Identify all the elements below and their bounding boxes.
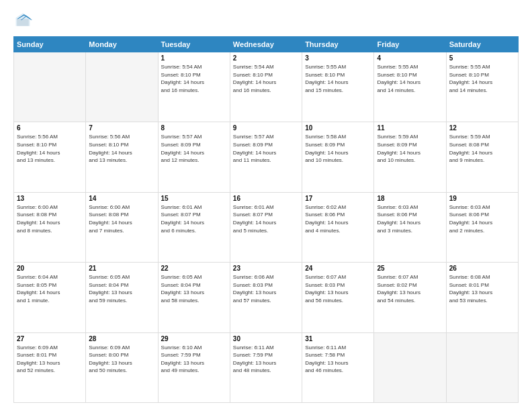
day-number: 17 bbox=[305, 195, 371, 202]
week-row-2: 6Sunrise: 5:56 AM Sunset: 8:10 PM Daylig… bbox=[14, 122, 519, 192]
page: SundayMondayTuesdayWednesdayThursdayFrid… bbox=[0, 0, 532, 411]
day-info: Sunrise: 6:05 AM Sunset: 8:04 PM Dayligh… bbox=[89, 273, 154, 304]
calendar-cell: 9Sunrise: 5:57 AM Sunset: 8:09 PM Daylig… bbox=[230, 122, 302, 192]
weekday-header-saturday: Saturday bbox=[446, 37, 518, 52]
logo bbox=[13, 11, 35, 30]
day-number: 27 bbox=[17, 335, 83, 342]
calendar-cell: 12Sunrise: 5:59 AM Sunset: 8:08 PM Dayli… bbox=[446, 122, 518, 192]
calendar-cell bbox=[14, 52, 86, 122]
day-info: Sunrise: 6:03 AM Sunset: 8:06 PM Dayligh… bbox=[449, 203, 515, 234]
day-info: Sunrise: 5:59 AM Sunset: 8:08 PM Dayligh… bbox=[449, 133, 515, 164]
day-number: 26 bbox=[449, 265, 515, 272]
calendar-cell: 26Sunrise: 6:08 AM Sunset: 8:01 PM Dayli… bbox=[446, 263, 518, 332]
day-number: 25 bbox=[377, 265, 443, 272]
day-info: Sunrise: 5:57 AM Sunset: 8:09 PM Dayligh… bbox=[161, 133, 227, 164]
calendar-cell: 5Sunrise: 5:55 AM Sunset: 8:10 PM Daylig… bbox=[446, 52, 518, 122]
calendar-cell: 8Sunrise: 5:57 AM Sunset: 8:09 PM Daylig… bbox=[158, 122, 230, 192]
day-info: Sunrise: 6:11 AM Sunset: 7:59 PM Dayligh… bbox=[233, 344, 299, 375]
calendar-cell: 7Sunrise: 5:56 AM Sunset: 8:10 PM Daylig… bbox=[86, 122, 158, 192]
calendar: SundayMondayTuesdayWednesdayThursdayFrid… bbox=[13, 36, 519, 403]
week-row-3: 13Sunrise: 6:00 AM Sunset: 8:08 PM Dayli… bbox=[14, 192, 519, 262]
calendar-cell: 17Sunrise: 6:02 AM Sunset: 8:06 PM Dayli… bbox=[302, 192, 374, 262]
calendar-cell bbox=[86, 52, 158, 122]
day-number: 20 bbox=[17, 265, 83, 272]
calendar-cell: 27Sunrise: 6:09 AM Sunset: 8:01 PM Dayli… bbox=[14, 332, 86, 402]
day-info: Sunrise: 6:03 AM Sunset: 8:06 PM Dayligh… bbox=[377, 203, 443, 234]
calendar-cell: 31Sunrise: 6:11 AM Sunset: 7:58 PM Dayli… bbox=[302, 332, 374, 402]
calendar-cell: 21Sunrise: 6:05 AM Sunset: 8:04 PM Dayli… bbox=[86, 263, 158, 332]
calendar-cell: 2Sunrise: 5:54 AM Sunset: 8:10 PM Daylig… bbox=[230, 52, 302, 122]
day-number: 16 bbox=[233, 195, 299, 202]
logo-icon bbox=[13, 11, 32, 30]
day-number: 4 bbox=[377, 54, 443, 62]
calendar-cell: 11Sunrise: 5:59 AM Sunset: 8:09 PM Dayli… bbox=[374, 122, 446, 192]
calendar-cell: 4Sunrise: 5:55 AM Sunset: 8:10 PM Daylig… bbox=[374, 52, 446, 122]
day-info: Sunrise: 5:54 AM Sunset: 8:10 PM Dayligh… bbox=[233, 63, 299, 94]
day-number: 5 bbox=[449, 54, 515, 62]
calendar-cell: 16Sunrise: 6:01 AM Sunset: 8:07 PM Dayli… bbox=[230, 192, 302, 262]
day-number: 24 bbox=[305, 265, 371, 272]
day-number: 28 bbox=[89, 335, 154, 342]
day-number: 7 bbox=[89, 124, 154, 132]
day-number: 30 bbox=[233, 335, 299, 342]
week-row-4: 20Sunrise: 6:04 AM Sunset: 8:05 PM Dayli… bbox=[14, 263, 519, 332]
day-info: Sunrise: 6:11 AM Sunset: 7:58 PM Dayligh… bbox=[305, 344, 371, 375]
day-number: 31 bbox=[305, 335, 371, 342]
day-info: Sunrise: 6:10 AM Sunset: 7:59 PM Dayligh… bbox=[161, 344, 227, 375]
calendar-cell: 3Sunrise: 5:55 AM Sunset: 8:10 PM Daylig… bbox=[302, 52, 374, 122]
weekday-header-monday: Monday bbox=[86, 37, 158, 52]
calendar-cell: 19Sunrise: 6:03 AM Sunset: 8:06 PM Dayli… bbox=[446, 192, 518, 262]
calendar-cell: 30Sunrise: 6:11 AM Sunset: 7:59 PM Dayli… bbox=[230, 332, 302, 402]
day-info: Sunrise: 5:56 AM Sunset: 8:10 PM Dayligh… bbox=[17, 133, 83, 164]
day-info: Sunrise: 6:06 AM Sunset: 8:03 PM Dayligh… bbox=[233, 273, 299, 304]
calendar-cell: 24Sunrise: 6:07 AM Sunset: 8:03 PM Dayli… bbox=[302, 263, 374, 332]
calendar-cell: 23Sunrise: 6:06 AM Sunset: 8:03 PM Dayli… bbox=[230, 263, 302, 332]
day-number: 3 bbox=[305, 54, 371, 62]
day-info: Sunrise: 5:55 AM Sunset: 8:10 PM Dayligh… bbox=[377, 63, 443, 94]
weekday-header-sunday: Sunday bbox=[14, 37, 86, 52]
calendar-cell: 13Sunrise: 6:00 AM Sunset: 8:08 PM Dayli… bbox=[14, 192, 86, 262]
day-info: Sunrise: 6:08 AM Sunset: 8:01 PM Dayligh… bbox=[449, 273, 515, 304]
day-info: Sunrise: 5:54 AM Sunset: 8:10 PM Dayligh… bbox=[161, 63, 227, 94]
day-info: Sunrise: 6:04 AM Sunset: 8:05 PM Dayligh… bbox=[17, 273, 83, 304]
weekday-header-tuesday: Tuesday bbox=[158, 37, 230, 52]
day-info: Sunrise: 5:59 AM Sunset: 8:09 PM Dayligh… bbox=[377, 133, 443, 164]
weekday-header-friday: Friday bbox=[374, 37, 446, 52]
day-info: Sunrise: 6:00 AM Sunset: 8:08 PM Dayligh… bbox=[17, 203, 83, 234]
calendar-cell: 25Sunrise: 6:07 AM Sunset: 8:02 PM Dayli… bbox=[374, 263, 446, 332]
day-number: 13 bbox=[17, 195, 83, 202]
calendar-cell: 22Sunrise: 6:05 AM Sunset: 8:04 PM Dayli… bbox=[158, 263, 230, 332]
day-number: 2 bbox=[233, 54, 299, 62]
calendar-cell: 14Sunrise: 6:00 AM Sunset: 8:08 PM Dayli… bbox=[86, 192, 158, 262]
day-info: Sunrise: 6:05 AM Sunset: 8:04 PM Dayligh… bbox=[161, 273, 227, 304]
day-info: Sunrise: 5:56 AM Sunset: 8:10 PM Dayligh… bbox=[89, 133, 154, 164]
calendar-cell: 10Sunrise: 5:58 AM Sunset: 8:09 PM Dayli… bbox=[302, 122, 374, 192]
day-number: 23 bbox=[233, 265, 299, 272]
day-number: 12 bbox=[449, 124, 515, 132]
day-info: Sunrise: 6:09 AM Sunset: 8:01 PM Dayligh… bbox=[17, 344, 83, 375]
day-number: 1 bbox=[161, 54, 227, 62]
day-info: Sunrise: 6:07 AM Sunset: 8:02 PM Dayligh… bbox=[377, 273, 443, 304]
svg-rect-2 bbox=[17, 19, 29, 26]
day-number: 29 bbox=[161, 335, 227, 342]
day-info: Sunrise: 5:57 AM Sunset: 8:09 PM Dayligh… bbox=[233, 133, 299, 164]
weekday-header-thursday: Thursday bbox=[302, 37, 374, 52]
day-info: Sunrise: 6:09 AM Sunset: 8:00 PM Dayligh… bbox=[89, 344, 154, 375]
calendar-cell bbox=[446, 332, 518, 402]
calendar-cell: 20Sunrise: 6:04 AM Sunset: 8:05 PM Dayli… bbox=[14, 263, 86, 332]
weekday-header-row: SundayMondayTuesdayWednesdayThursdayFrid… bbox=[14, 37, 519, 52]
weekday-header-wednesday: Wednesday bbox=[230, 37, 302, 52]
calendar-cell: 18Sunrise: 6:03 AM Sunset: 8:06 PM Dayli… bbox=[374, 192, 446, 262]
day-info: Sunrise: 6:07 AM Sunset: 8:03 PM Dayligh… bbox=[305, 273, 371, 304]
day-info: Sunrise: 6:01 AM Sunset: 8:07 PM Dayligh… bbox=[233, 203, 299, 234]
calendar-cell: 28Sunrise: 6:09 AM Sunset: 8:00 PM Dayli… bbox=[86, 332, 158, 402]
day-info: Sunrise: 6:00 AM Sunset: 8:08 PM Dayligh… bbox=[89, 203, 154, 234]
day-info: Sunrise: 6:02 AM Sunset: 8:06 PM Dayligh… bbox=[305, 203, 371, 234]
calendar-cell: 29Sunrise: 6:10 AM Sunset: 7:59 PM Dayli… bbox=[158, 332, 230, 402]
week-row-1: 1Sunrise: 5:54 AM Sunset: 8:10 PM Daylig… bbox=[14, 52, 519, 122]
day-number: 9 bbox=[233, 124, 299, 132]
header bbox=[13, 11, 519, 30]
day-info: Sunrise: 5:58 AM Sunset: 8:09 PM Dayligh… bbox=[305, 133, 371, 164]
day-number: 11 bbox=[377, 124, 443, 132]
day-info: Sunrise: 5:55 AM Sunset: 8:10 PM Dayligh… bbox=[449, 63, 515, 94]
